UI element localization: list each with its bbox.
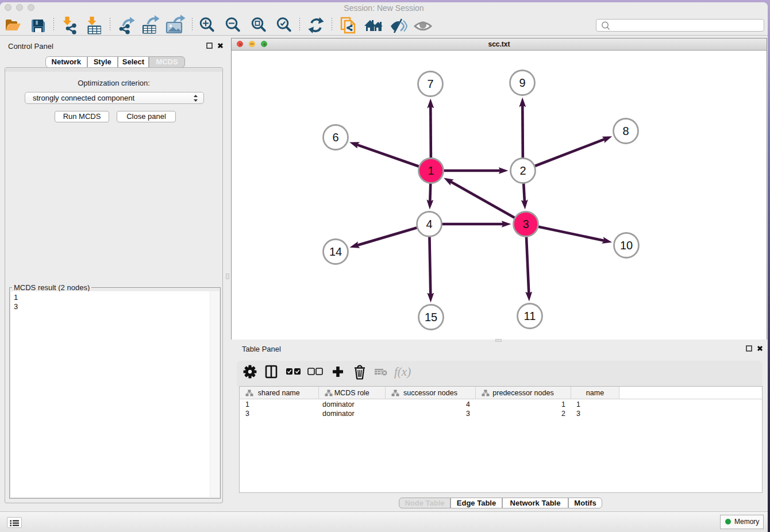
svg-text:14: 14 xyxy=(329,245,342,258)
svg-text:6: 6 xyxy=(332,131,338,144)
svg-text:2: 2 xyxy=(519,164,526,177)
svg-text:4: 4 xyxy=(426,218,432,230)
svg-text:11: 11 xyxy=(524,310,536,322)
svg-text:3: 3 xyxy=(522,218,529,230)
svg-text:8: 8 xyxy=(622,125,629,137)
svg-text:15: 15 xyxy=(425,311,437,323)
svg-text:9: 9 xyxy=(519,76,525,89)
svg-text:f(x): f(x) xyxy=(394,365,411,379)
svg-text:10: 10 xyxy=(620,239,633,252)
svg-text:1: 1 xyxy=(428,164,434,177)
svg-text:7: 7 xyxy=(427,78,433,90)
